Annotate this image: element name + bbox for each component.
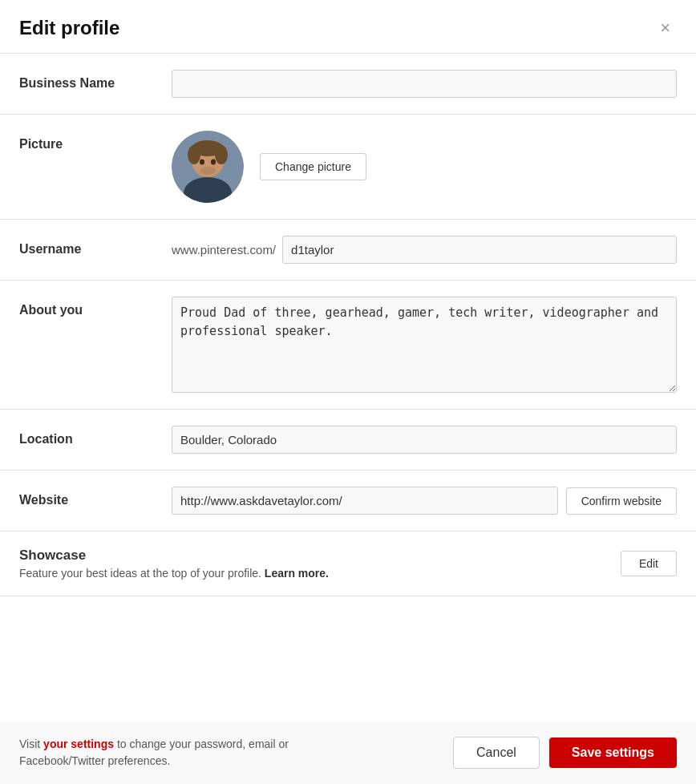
picture-field: Change picture: [172, 131, 677, 203]
business-name-field: [172, 70, 677, 98]
username-label: Username: [19, 236, 172, 257]
change-picture-button[interactable]: Change picture: [260, 153, 366, 180]
about-label: About you: [19, 297, 172, 317]
modal-header: Edit profile ×: [0, 0, 696, 54]
footer-text-before: Visit: [19, 738, 43, 750]
close-button[interactable]: ×: [654, 16, 677, 40]
location-row: Location: [0, 410, 696, 471]
showcase-title: Showcase: [19, 548, 608, 564]
location-field: [172, 426, 677, 454]
business-name-label: Business Name: [19, 70, 172, 91]
username-row-inner: www.pinterest.com/: [172, 236, 677, 264]
location-input[interactable]: [172, 426, 677, 454]
footer-text: Visit your settings to change your passw…: [19, 736, 340, 770]
username-row: Username www.pinterest.com/: [0, 220, 696, 281]
username-prefix: www.pinterest.com/: [172, 243, 276, 257]
showcase-learn-more-link[interactable]: Learn more.: [265, 567, 329, 580]
showcase-desc-text: Feature your best ideas at the top of yo…: [19, 567, 261, 580]
website-row-inner: Confirm website: [172, 487, 677, 515]
about-row: About you Proud Dad of three, gearhead, …: [0, 281, 696, 410]
edit-profile-modal: Edit profile × Business Name Picture: [0, 0, 696, 784]
footer-buttons: Cancel Save settings: [453, 737, 677, 769]
svg-point-7: [211, 160, 216, 165]
showcase-desc: Feature your best ideas at the top of yo…: [19, 567, 608, 580]
showcase-row: Showcase Feature your best ideas at the …: [0, 531, 696, 596]
location-label: Location: [19, 426, 172, 447]
picture-label: Picture: [19, 131, 172, 152]
website-label: Website: [19, 487, 172, 507]
svg-point-8: [200, 167, 216, 175]
svg-point-6: [200, 160, 204, 165]
username-input[interactable]: [282, 236, 677, 264]
modal-title: Edit profile: [19, 17, 119, 39]
website-input[interactable]: [172, 487, 558, 515]
footer-row: Visit your settings to change your passw…: [0, 721, 696, 784]
save-button[interactable]: Save settings: [549, 738, 677, 768]
showcase-text: Showcase Feature your best ideas at the …: [19, 548, 608, 580]
footer-settings-link[interactable]: your settings: [43, 738, 114, 750]
cancel-button[interactable]: Cancel: [453, 737, 540, 769]
svg-point-4: [188, 145, 200, 164]
showcase-edit-button[interactable]: Edit: [621, 551, 677, 576]
website-row: Website Confirm website: [0, 471, 696, 531]
confirm-website-button[interactable]: Confirm website: [566, 487, 677, 515]
about-field: Proud Dad of three, gearhead, gamer, tec…: [172, 297, 677, 393]
username-field: www.pinterest.com/: [172, 236, 677, 264]
website-field: Confirm website: [172, 487, 677, 515]
avatar-container: Change picture: [172, 131, 366, 203]
picture-row: Picture: [0, 115, 696, 220]
about-textarea[interactable]: Proud Dad of three, gearhead, gamer, tec…: [172, 297, 677, 393]
business-name-input[interactable]: [172, 70, 677, 98]
svg-point-5: [215, 145, 228, 164]
avatar: [172, 131, 244, 203]
business-name-row: Business Name: [0, 54, 696, 115]
